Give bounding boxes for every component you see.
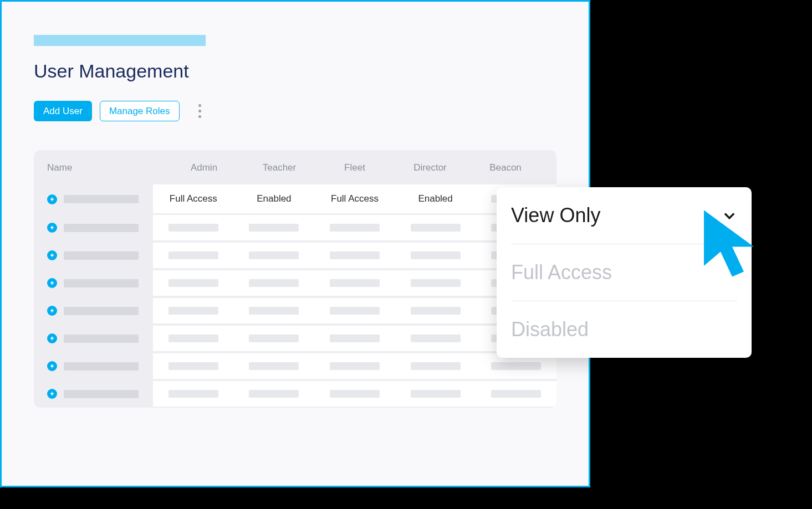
- role-cell[interactable]: [395, 390, 476, 398]
- more-menu-button[interactable]: [193, 102, 207, 120]
- user-name-placeholder: [64, 251, 139, 260]
- role-placeholder: [411, 335, 461, 342]
- column-header-admin: Admin: [166, 162, 242, 173]
- page-title: User Management: [34, 60, 556, 82]
- role-cell[interactable]: [153, 335, 234, 342]
- bolt-icon: [47, 306, 57, 316]
- bolt-icon: [47, 250, 57, 260]
- role-placeholder: [249, 251, 299, 259]
- role-cell[interactable]: [234, 279, 315, 287]
- roles-area: [153, 298, 556, 324]
- role-cell[interactable]: [234, 335, 315, 342]
- role-cell[interactable]: [234, 362, 315, 370]
- role-value: Enabled: [418, 193, 452, 204]
- role-cell[interactable]: [234, 307, 315, 315]
- role-cell[interactable]: [153, 251, 234, 259]
- role-placeholder: [491, 362, 541, 370]
- roles-area: [153, 326, 556, 352]
- bolt-icon: [47, 389, 57, 399]
- user-name-placeholder: [64, 362, 139, 371]
- role-cell[interactable]: [314, 307, 395, 315]
- users-table: Name Admin Teacher Fleet Director Beacon…: [34, 150, 556, 408]
- role-cell[interactable]: [395, 307, 476, 315]
- role-placeholder: [249, 362, 299, 370]
- user-name-cell[interactable]: [34, 297, 153, 325]
- dropdown-option-label: Full Access: [511, 261, 612, 284]
- accent-bar: [34, 35, 206, 46]
- role-placeholder: [249, 390, 299, 398]
- role-placeholder: [168, 390, 218, 398]
- role-placeholder: [168, 279, 218, 287]
- role-cell[interactable]: [153, 224, 234, 232]
- user-name-cell[interactable]: [34, 325, 153, 352]
- role-cell[interactable]: [476, 390, 556, 398]
- table-row: [34, 297, 556, 325]
- bolt-icon: [47, 278, 57, 288]
- role-cell[interactable]: Full Access: [153, 193, 234, 204]
- table-row: [34, 269, 556, 297]
- role-cell[interactable]: [395, 335, 476, 342]
- role-placeholder: [411, 390, 461, 398]
- add-user-button[interactable]: Add User: [34, 101, 92, 121]
- role-placeholder: [249, 279, 299, 287]
- role-placeholder: [411, 362, 461, 370]
- role-cell[interactable]: [395, 279, 476, 287]
- role-placeholder: [249, 307, 299, 315]
- role-placeholder: [168, 362, 218, 370]
- role-cell[interactable]: [395, 224, 476, 232]
- role-placeholder: [411, 307, 461, 315]
- user-name-cell[interactable]: [34, 352, 153, 380]
- role-cell[interactable]: [314, 390, 395, 398]
- dropdown-option-disabled[interactable]: Disabled: [511, 301, 737, 358]
- table-header-row: Name Admin Teacher Fleet Director Beacon: [34, 150, 556, 184]
- table-row: [34, 352, 556, 380]
- role-value: Full Access: [331, 193, 379, 204]
- table-body: Full AccessEnabledFull AccessEnabled: [34, 184, 556, 408]
- role-placeholder: [330, 390, 380, 398]
- bolt-icon: [47, 194, 57, 204]
- role-cell[interactable]: [234, 224, 315, 232]
- roles-area: [153, 381, 556, 407]
- role-cell[interactable]: [153, 362, 234, 370]
- user-name-placeholder: [64, 195, 139, 203]
- role-cell[interactable]: [153, 390, 234, 398]
- user-name-placeholder: [64, 279, 139, 287]
- role-cell[interactable]: [395, 362, 476, 370]
- role-cell[interactable]: [153, 307, 234, 315]
- role-cell[interactable]: [314, 279, 395, 287]
- role-placeholder: [330, 224, 380, 232]
- dropdown-option-full-access[interactable]: Full Access: [511, 244, 737, 301]
- role-cell[interactable]: [234, 251, 315, 259]
- role-placeholder: [491, 390, 541, 398]
- dropdown-option-view-only[interactable]: View Only: [511, 187, 737, 244]
- role-cell[interactable]: [476, 362, 556, 370]
- user-name-cell[interactable]: [34, 269, 153, 297]
- role-placeholder: [411, 279, 461, 287]
- user-name-cell[interactable]: [34, 241, 153, 269]
- access-level-dropdown[interactable]: View Only Full Access Disabled: [497, 187, 752, 358]
- role-value: Full Access: [170, 193, 217, 204]
- role-cell[interactable]: Enabled: [395, 193, 476, 204]
- manage-roles-button[interactable]: Manage Roles: [100, 101, 180, 121]
- user-name-cell[interactable]: [34, 214, 153, 241]
- role-cell[interactable]: Enabled: [234, 193, 315, 204]
- role-cell[interactable]: [153, 279, 234, 287]
- role-cell[interactable]: [395, 251, 476, 259]
- role-cell[interactable]: Full Access: [314, 193, 395, 204]
- role-cell[interactable]: [234, 390, 315, 398]
- dropdown-option-label: View Only: [511, 204, 600, 227]
- column-header-fleet: Fleet: [317, 162, 392, 173]
- column-header-name: Name: [47, 162, 166, 173]
- user-name-cell[interactable]: [34, 186, 153, 213]
- role-cell[interactable]: [314, 224, 395, 232]
- role-cell[interactable]: [314, 251, 395, 259]
- user-name-placeholder: [64, 335, 139, 343]
- roles-area: [153, 243, 556, 269]
- role-placeholder: [168, 251, 218, 259]
- role-placeholder: [330, 279, 380, 287]
- role-cell[interactable]: [314, 362, 395, 370]
- role-cell[interactable]: [314, 335, 395, 342]
- bolt-icon: [47, 333, 57, 343]
- user-name-placeholder: [64, 307, 139, 315]
- user-name-cell[interactable]: [34, 380, 153, 408]
